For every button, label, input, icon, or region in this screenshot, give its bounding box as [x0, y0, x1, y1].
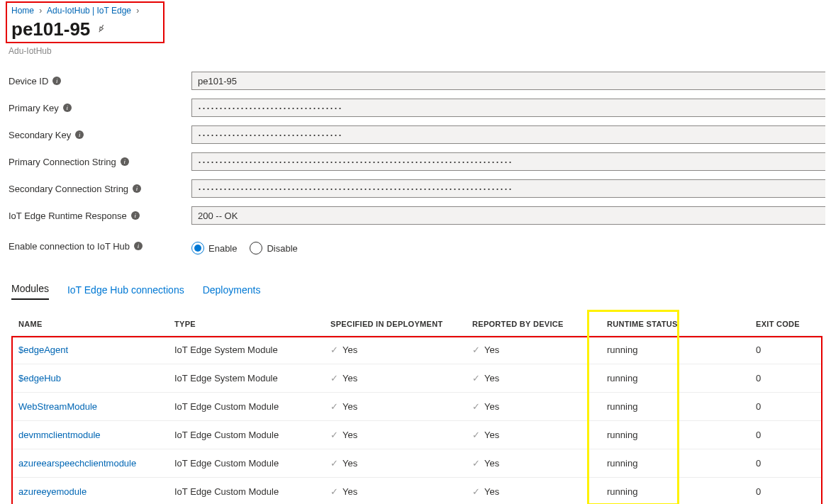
enable-connection-label: Enable connection to IoT Hub: [9, 241, 130, 252]
module-link[interactable]: $edgeHub: [18, 373, 61, 383]
enable-radio-group: Enable Disable: [191, 237, 831, 254]
check-icon: ✓: [330, 486, 338, 497]
info-icon[interactable]: i: [133, 184, 141, 193]
runtime-response-label: IoT Edge Runtime Response: [9, 211, 127, 221]
page-title: pe101-95: [11, 18, 90, 40]
breadcrumb-hub[interactable]: Adu-IotHub | IoT Edge: [47, 6, 131, 16]
module-link[interactable]: azureearspeechclientmodule: [18, 458, 136, 469]
runtime-status: running: [600, 364, 749, 393]
module-type: IoT Edge System Module: [167, 364, 323, 393]
info-icon[interactable]: i: [131, 211, 140, 220]
device-id-label: Device ID: [9, 76, 48, 86]
reported-yes: ✓Yes: [472, 345, 593, 355]
module-link[interactable]: devmmclientmodule: [18, 430, 101, 440]
reported-yes: ✓Yes: [472, 430, 593, 440]
resource-subtitle: Adu-IotHub: [9, 46, 831, 56]
module-link[interactable]: $edgeAgent: [18, 345, 68, 355]
radio-enable[interactable]: [191, 242, 204, 254]
modules-table: NAME TYPE SPECIFIED IN DEPLOYMENT REPORT…: [11, 314, 822, 504]
table-row: WebStreamModuleIoT Edge Custom Module✓Ye…: [11, 393, 822, 421]
primary-conn-label: Primary Connection String: [9, 157, 116, 167]
exit-code: 0: [749, 393, 822, 421]
module-link[interactable]: WebStreamModule: [18, 401, 97, 412]
module-type: IoT Edge Custom Module: [167, 449, 323, 478]
secondary-conn-label: Secondary Connection String: [9, 184, 128, 194]
check-icon: ✓: [472, 458, 480, 469]
table-row: $edgeAgentIoT Edge System Module✓Yes✓Yes…: [11, 336, 822, 364]
exit-code: 0: [749, 478, 822, 505]
exit-code: 0: [749, 364, 822, 393]
reported-yes: ✓Yes: [472, 486, 593, 497]
radio-disable[interactable]: [250, 242, 262, 254]
module-type: IoT Edge System Module: [167, 336, 323, 364]
table-row: azureeyemoduleIoT Edge Custom Module✓Yes…: [11, 478, 822, 505]
pin-icon[interactable]: [94, 22, 108, 38]
secondary-key-label: Secondary Key: [9, 130, 71, 140]
col-type[interactable]: TYPE: [167, 314, 323, 336]
reported-yes: ✓Yes: [472, 401, 593, 412]
radio-enable-label: Enable: [208, 243, 237, 254]
spec-yes: ✓Yes: [330, 430, 458, 440]
table-row: devmmclientmoduleIoT Edge Custom Module✓…: [11, 421, 822, 449]
breadcrumb-home[interactable]: Home: [11, 6, 34, 16]
exit-code: 0: [749, 449, 822, 478]
tab-modules[interactable]: Modules: [11, 283, 49, 300]
check-icon: ✓: [330, 430, 338, 440]
primary-key-field[interactable]: ··································: [191, 99, 825, 117]
info-icon[interactable]: i: [52, 77, 61, 85]
spec-yes: ✓Yes: [330, 345, 458, 355]
col-name[interactable]: NAME: [11, 314, 167, 336]
tabs: Modules IoT Edge Hub connections Deploym…: [11, 283, 831, 300]
table-row: azureearspeechclientmoduleIoT Edge Custo…: [11, 449, 822, 478]
check-icon: ✓: [472, 373, 480, 383]
check-icon: ✓: [472, 486, 480, 497]
secondary-conn-field[interactable]: ········································…: [191, 179, 825, 198]
col-reported[interactable]: REPORTED BY DEVICE: [465, 314, 600, 336]
spec-yes: ✓Yes: [330, 458, 458, 469]
spec-yes: ✓Yes: [330, 373, 458, 383]
check-icon: ✓: [330, 373, 338, 383]
check-icon: ✓: [330, 401, 338, 412]
exit-code: 0: [749, 336, 822, 364]
primary-key-label: Primary Key: [9, 103, 59, 113]
device-id-field[interactable]: pe101-95: [191, 72, 825, 90]
tab-deployments[interactable]: Deployments: [203, 284, 261, 300]
col-exit[interactable]: EXIT CODE: [749, 314, 822, 336]
exit-code: 0: [749, 421, 822, 449]
chevron-right-icon: ›: [136, 6, 139, 16]
runtime-status: running: [600, 449, 749, 478]
table-row: $edgeHubIoT Edge System Module✓Yes✓Yesru…: [11, 364, 822, 393]
module-type: IoT Edge Custom Module: [167, 393, 323, 421]
modules-table-wrap: NAME TYPE SPECIFIED IN DEPLOYMENT REPORT…: [11, 314, 822, 504]
info-icon[interactable]: i: [121, 157, 129, 166]
secondary-key-field[interactable]: ··································: [191, 125, 825, 144]
breadcrumb: Home › Adu-IotHub | IoT Edge ›: [11, 6, 159, 16]
runtime-status: running: [600, 478, 749, 505]
module-type: IoT Edge Custom Module: [167, 421, 323, 449]
col-runtime[interactable]: RUNTIME STATUS: [600, 314, 749, 336]
runtime-status: running: [600, 336, 749, 364]
check-icon: ✓: [330, 458, 338, 469]
device-form: Device ID i pe101-95 Primary Key i ·····…: [0, 72, 831, 254]
primary-conn-field[interactable]: ········································…: [191, 152, 825, 171]
runtime-response-field[interactable]: 200 -- OK: [191, 206, 825, 225]
spec-yes: ✓Yes: [330, 401, 458, 412]
runtime-status: running: [600, 421, 749, 449]
spec-yes: ✓Yes: [330, 486, 458, 497]
info-icon[interactable]: i: [75, 130, 84, 139]
radio-disable-label: Disable: [267, 243, 297, 254]
check-icon: ✓: [472, 430, 480, 440]
module-link[interactable]: azureeyemodule: [18, 486, 87, 497]
info-icon[interactable]: i: [134, 242, 143, 250]
header-highlight-box: Home › Adu-IotHub | IoT Edge › pe101-95: [6, 1, 164, 43]
tab-hub-connections[interactable]: IoT Edge Hub connections: [67, 284, 184, 300]
chevron-right-icon: ›: [39, 6, 42, 16]
info-icon[interactable]: i: [63, 103, 72, 112]
reported-yes: ✓Yes: [472, 373, 593, 383]
check-icon: ✓: [472, 401, 480, 412]
module-type: IoT Edge Custom Module: [167, 478, 323, 505]
check-icon: ✓: [330, 345, 338, 355]
check-icon: ✓: [472, 345, 480, 355]
col-spec[interactable]: SPECIFIED IN DEPLOYMENT: [323, 314, 465, 336]
runtime-status: running: [600, 393, 749, 421]
